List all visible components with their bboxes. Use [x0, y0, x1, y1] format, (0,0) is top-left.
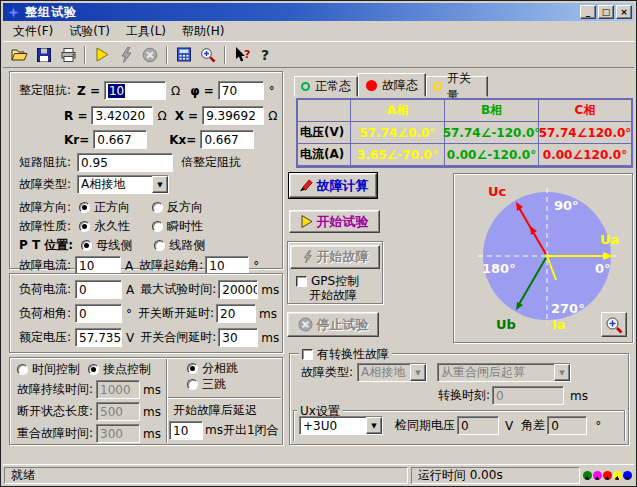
kx-input[interactable]: 0.667 [200, 130, 254, 149]
angle-diff-input[interactable]: 0 [547, 416, 587, 435]
radio-transient[interactable] [152, 221, 163, 232]
convert-moment-row: 转换时刻: 0 ms [438, 386, 588, 405]
reclose-fault-label: 重合故障时间: [17, 425, 93, 442]
current-a: 3.65∠-70.0° [351, 144, 445, 166]
status-message-panel: 就绪 [4, 467, 408, 484]
ux-select[interactable]: +3U0 ▼ [299, 416, 383, 435]
start-fault-label: 开始故障 [317, 248, 369, 266]
convertible-fault-label: 有转换性故障 [317, 346, 389, 363]
minimize-button[interactable]: _ [580, 5, 596, 19]
angle-diff-label: 角差 [521, 417, 545, 434]
fault-direction-row: 故障方向: 正方向 反方向 [19, 199, 203, 216]
radio-reverse[interactable] [152, 202, 163, 213]
convert-fault-type-label: 故障类型: [301, 364, 353, 381]
runtime-text: 运行时间 0.00s [418, 467, 503, 484]
load-current-row: 负荷电流: 0 A 最大试验时间: 20000 ms [19, 280, 279, 299]
radio-time-control[interactable] [17, 364, 28, 375]
load-angle-row: 负荷相角: 0 ° 开关断开延时: 20 ms [19, 304, 277, 323]
radio-busbar[interactable] [81, 240, 92, 251]
menu-help[interactable]: 帮助(H) [174, 20, 232, 43]
rated-voltage-input[interactable]: 57.7350 [75, 328, 122, 347]
k-row: Kr= 0.667 Kx= 0.667 [64, 130, 254, 149]
title-bar: 整组试验 _ □ × [3, 3, 634, 21]
rated-voltage-label: 额定电压: [19, 329, 71, 346]
kr-input[interactable]: 0.667 [93, 130, 147, 149]
context-help-icon[interactable]: ? [230, 44, 254, 66]
svg-text:?: ? [261, 47, 269, 63]
pen-icon [298, 178, 313, 193]
chevron-down-icon: ▼ [410, 364, 426, 381]
impedance-row: 整定阻抗: Z = 10 Ω φ = 70 ° [19, 81, 275, 100]
max-time-input[interactable]: 20000 [218, 280, 258, 299]
z-label: Z = [77, 84, 100, 98]
run-icon[interactable] [90, 44, 114, 66]
chevron-down-icon[interactable]: ▼ [152, 176, 168, 193]
phasor-zoom-button[interactable] [601, 312, 627, 337]
reclose-fault-row: 重合故障时间: 300 ms [17, 424, 161, 443]
radio-contact-control[interactable] [88, 364, 99, 375]
chevron-down-icon[interactable]: ▼ [366, 417, 382, 434]
about-icon[interactable]: ? [254, 44, 278, 66]
x-input[interactable]: 9.39692 [202, 106, 264, 125]
fault-nature-row: 故障性质: 永久性 瞬时性 [19, 218, 203, 235]
convertible-fault-checkbox[interactable] [302, 349, 313, 360]
z-input[interactable]: 10 [104, 81, 166, 100]
delay-value-row: 10 ms开出1闭合 [169, 421, 279, 440]
load-current-input[interactable]: 0 [75, 280, 122, 299]
gps-checkbox[interactable] [296, 276, 307, 287]
open-delay-unit: ms [259, 307, 277, 321]
tab-fault-state[interactable]: 故障态 [358, 73, 426, 97]
maximize-button[interactable]: □ [598, 5, 614, 19]
fault-duration-input: 1000 [96, 380, 140, 399]
toolbar-separator [84, 46, 86, 64]
phasor-panel: 90° 180° 270° 0° Uc Ub Ua Ia [453, 173, 633, 343]
radio-three-trip[interactable] [187, 379, 198, 390]
open-icon[interactable] [8, 44, 32, 66]
fault-icon [114, 44, 138, 66]
toolbar-divider [3, 67, 634, 68]
zoom-icon[interactable] [196, 44, 220, 66]
menu-test[interactable]: 试验(T) [61, 20, 118, 43]
short-circuit-label: 短路阻抗: [19, 154, 71, 171]
radio-phase-trip[interactable] [187, 363, 198, 374]
table-corner-cell [298, 100, 351, 122]
save-icon[interactable] [32, 44, 56, 66]
open-delay-input[interactable]: 20 [216, 304, 256, 323]
fault-calc-button[interactable]: 故障计算 [289, 173, 377, 198]
toolbar: ? ? [3, 41, 634, 67]
menu-file[interactable]: 文件(F) [5, 20, 61, 43]
start-test-button[interactable]: 开始试验 [289, 210, 380, 233]
max-time-label: 最大试验时间: [140, 281, 216, 298]
convertible-fault-title: 有转换性故障 [299, 346, 392, 363]
open-state-unit: ms [143, 405, 161, 419]
lightning-icon [302, 250, 313, 264]
tab-switch-state[interactable]: 开关量 [426, 76, 488, 97]
stop-circle-icon [298, 317, 313, 332]
radio-permanent[interactable] [79, 221, 90, 232]
delay-input[interactable]: 10 [169, 421, 203, 440]
stop-test-label: 停止试验 [317, 316, 369, 334]
radio-line[interactable] [154, 240, 165, 251]
close-button[interactable]: × [616, 5, 632, 19]
convert-moment-input: 0 [492, 386, 564, 405]
radio-forward[interactable] [79, 202, 90, 213]
short-circuit-row: 短路阻抗: 0.95 倍整定阻抗 [19, 153, 241, 172]
load-angle-input[interactable]: 0 [75, 304, 122, 323]
print-icon[interactable] [56, 44, 80, 66]
fault-type-select[interactable]: A相接地 ▼ [77, 175, 169, 194]
open-state-input: 500 [96, 402, 140, 421]
calculator-icon[interactable] [172, 44, 196, 66]
sync-voltage-input[interactable]: 0 [457, 416, 499, 435]
status-bar: 就绪 运行时间 0.00s [3, 464, 634, 484]
control-group-divider [166, 359, 168, 443]
phi-label: φ = [190, 84, 214, 98]
close-delay-label: 开关合闸延时: [140, 329, 216, 346]
phi-input[interactable]: 70 [218, 81, 264, 100]
r-input[interactable]: 3.42020 [91, 106, 153, 125]
short-circuit-input[interactable]: 0.95 [77, 153, 173, 172]
menu-tools[interactable]: 工具(L) [118, 20, 174, 43]
tab-normal-state[interactable]: 正常态 [294, 76, 358, 97]
phase-value-table: A相 B相 C相 电压(V) 57.74∠0.0° 57.74∠-120.0° … [296, 98, 633, 168]
led-yellow [613, 471, 622, 480]
close-delay-input[interactable]: 30 [218, 328, 258, 347]
